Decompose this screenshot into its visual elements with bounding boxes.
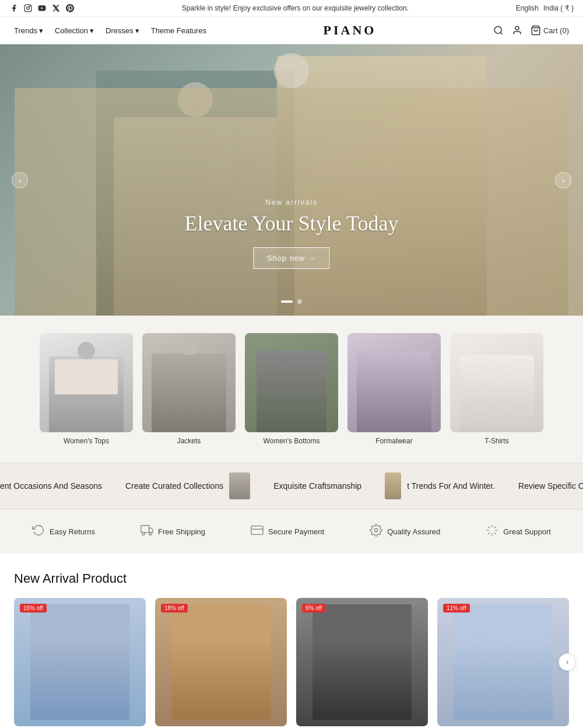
instagram-icon[interactable] bbox=[23, 4, 33, 13]
feature-secure-payment-label: Secure Payment bbox=[268, 527, 324, 536]
category-formal-image bbox=[347, 333, 441, 432]
nav-trends[interactable]: Trends ▾ bbox=[14, 26, 43, 35]
category-formalwear[interactable]: Formalwear bbox=[347, 333, 441, 445]
hero-dot-1[interactable] bbox=[281, 300, 293, 303]
category-womens-tops[interactable]: Women's Tops bbox=[40, 333, 133, 445]
category-tops-label: Women's Tops bbox=[64, 437, 109, 445]
feature-easy-returns-label: Easy Returns bbox=[50, 527, 95, 536]
hero-dot-2[interactable] bbox=[297, 299, 302, 304]
category-jackets[interactable]: Jackets bbox=[142, 333, 236, 445]
categories-section: Women's Tops Jackets Women's Bottoms bbox=[0, 316, 583, 463]
scroll-thumb-2 bbox=[385, 473, 401, 499]
site-logo[interactable]: PIANO bbox=[324, 23, 377, 38]
cart-label: Cart (0) bbox=[543, 26, 569, 35]
product-card-2[interactable]: 18% off bbox=[155, 598, 287, 726]
trends-chevron-icon: ▾ bbox=[39, 26, 43, 35]
svg-point-2 bbox=[30, 6, 30, 6]
svg-point-13 bbox=[374, 528, 378, 532]
language-selector[interactable]: English bbox=[516, 4, 539, 12]
product-image-3 bbox=[296, 598, 428, 726]
category-formal-label: Formalwear bbox=[375, 437, 412, 445]
navbar: Trends ▾ Collection ▾ Dresses ▾ Theme Fe… bbox=[0, 17, 583, 44]
product-badge-3: 6% off bbox=[302, 604, 325, 612]
feature-free-shipping-label: Free Shipping bbox=[158, 527, 205, 536]
feature-easy-returns: Easy Returns bbox=[32, 524, 95, 540]
scroll-text-1: ent Occasions And Seasons bbox=[0, 481, 102, 491]
hero-next-arrow[interactable]: › bbox=[555, 172, 571, 188]
scroll-track: ent Occasions And Seasons Create Curated… bbox=[0, 473, 583, 499]
category-tshirts-image bbox=[450, 333, 543, 432]
hero-figure-right bbox=[277, 56, 487, 316]
category-jackets-image bbox=[142, 333, 236, 432]
dresses-chevron-icon: ▾ bbox=[135, 26, 139, 35]
great-support-icon bbox=[486, 524, 498, 540]
features-bar: Easy Returns Free Shipping Secure Paymen… bbox=[0, 509, 583, 554]
cart-button[interactable]: Cart (0) bbox=[531, 25, 569, 36]
new-arrivals-section: New Arrival Product 16% off 18% off 6% o… bbox=[0, 554, 583, 728]
search-icon[interactable] bbox=[493, 25, 504, 36]
nav-theme-features[interactable]: Theme Features bbox=[151, 26, 206, 35]
feature-secure-payment: Secure Payment bbox=[251, 524, 324, 540]
svg-point-3 bbox=[494, 26, 501, 33]
category-tshirts[interactable]: T-Shirts bbox=[450, 333, 543, 445]
scroll-item-5: Review Specific Clothing Items bbox=[518, 481, 583, 491]
account-icon[interactable] bbox=[512, 25, 522, 36]
svg-point-10 bbox=[149, 533, 152, 536]
svg-line-16 bbox=[489, 527, 490, 528]
category-womens-bottoms[interactable]: Women's Bottoms bbox=[245, 333, 338, 445]
announcement-text: Sparkle in style! Enjoy exclusive offers… bbox=[75, 4, 516, 12]
secure-payment-icon bbox=[251, 524, 264, 540]
scroll-text-2: Create Curated Collections bbox=[125, 481, 223, 491]
hero-content: New arrivals Elevate Your Style Today Sh… bbox=[185, 198, 399, 269]
product-card-3[interactable]: 6% off bbox=[296, 598, 428, 726]
svg-rect-7 bbox=[141, 526, 149, 533]
products-next-button[interactable]: › bbox=[559, 653, 576, 671]
feature-quality-assured-label: Quality Assured bbox=[387, 527, 440, 536]
product-card-4[interactable]: 11% off bbox=[437, 598, 569, 726]
free-shipping-icon bbox=[141, 524, 153, 540]
svg-point-1 bbox=[27, 7, 30, 10]
youtube-icon[interactable] bbox=[37, 4, 47, 13]
scroll-text-5: Review Specific Clothing Items bbox=[518, 481, 583, 491]
facebook-icon[interactable] bbox=[9, 4, 19, 13]
product-image-2 bbox=[155, 598, 287, 726]
category-bottoms-label: Women's Bottoms bbox=[264, 437, 320, 445]
scroll-item-2: Create Curated Collections bbox=[125, 473, 250, 499]
svg-line-20 bbox=[489, 533, 490, 534]
category-tshirts-label: T-Shirts bbox=[484, 437, 508, 445]
product-badge-2: 18% off bbox=[161, 604, 188, 612]
hero-prev-arrow[interactable]: ‹ bbox=[12, 172, 28, 188]
svg-line-17 bbox=[494, 533, 496, 534]
products-grid: 16% off 18% off 6% off 11% off › bbox=[14, 598, 569, 726]
feature-free-shipping: Free Shipping bbox=[141, 524, 205, 540]
scroll-item-1: ent Occasions And Seasons bbox=[0, 481, 102, 491]
scroll-text-4: t Trends For And Winter. bbox=[407, 481, 495, 491]
shop-now-button[interactable]: Shop now → bbox=[254, 247, 329, 269]
svg-rect-11 bbox=[251, 526, 263, 535]
twitter-x-icon[interactable] bbox=[51, 4, 61, 13]
nav-collection[interactable]: Collection ▾ bbox=[55, 26, 94, 35]
svg-line-21 bbox=[494, 527, 496, 528]
easy-returns-icon bbox=[32, 524, 45, 540]
hero-figures bbox=[0, 44, 583, 316]
category-tops-image bbox=[40, 333, 133, 432]
product-image-4 bbox=[437, 598, 569, 726]
nav-dresses[interactable]: Dresses ▾ bbox=[106, 26, 139, 35]
pinterest-icon[interactable] bbox=[65, 4, 75, 13]
feature-great-support-label: Great Support bbox=[503, 527, 551, 536]
svg-point-5 bbox=[515, 26, 519, 30]
social-icons bbox=[9, 4, 75, 13]
product-image-1 bbox=[14, 598, 146, 726]
scroll-text-3: Exquisite Craftsmanship bbox=[273, 481, 361, 491]
scroll-thumb-1 bbox=[229, 473, 250, 499]
product-badge-1: 16% off bbox=[20, 604, 47, 612]
feature-quality-assured: Quality Assured bbox=[370, 524, 440, 540]
hero-title: Elevate Your Style Today bbox=[185, 211, 399, 236]
product-card-1[interactable]: 16% off bbox=[14, 598, 146, 726]
nav-right: Cart (0) bbox=[493, 25, 569, 36]
product-badge-4: 11% off bbox=[443, 604, 470, 612]
scroll-item-4: t Trends For And Winter. bbox=[385, 473, 495, 499]
feature-great-support: Great Support bbox=[486, 524, 551, 540]
region-selector[interactable]: India ( ₹ ) bbox=[543, 4, 574, 12]
hero-subtitle: New arrivals bbox=[185, 198, 399, 206]
